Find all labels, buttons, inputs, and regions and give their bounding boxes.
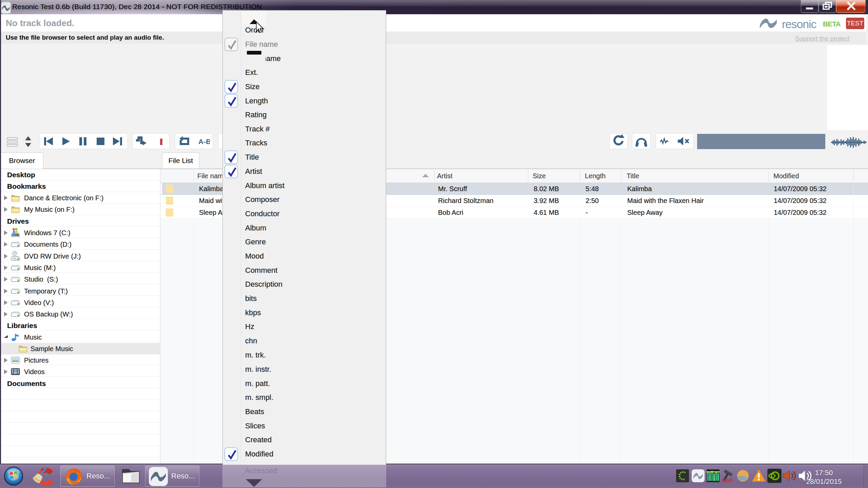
svg-text:DSP: DSP — [722, 477, 733, 483]
svg-text:A-B: A-B — [198, 138, 210, 145]
